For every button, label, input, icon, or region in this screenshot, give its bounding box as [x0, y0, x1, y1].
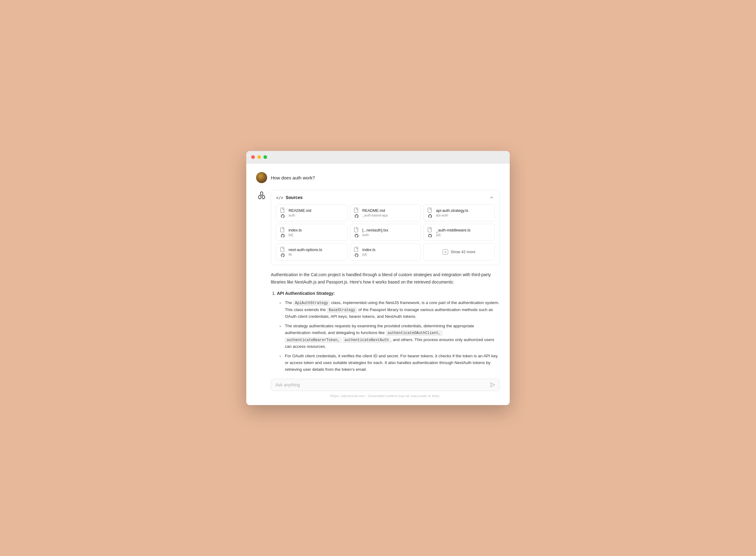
file-info: _auth-middleware.ts [id]: [436, 228, 470, 237]
file-info: README.md auth: [289, 209, 311, 217]
svg-rect-8: [428, 228, 431, 232]
file-card-0[interactable]: README.md auth: [276, 204, 348, 221]
file-repo: [id]: [436, 233, 470, 237]
ai-response-row: </> Sources: [256, 190, 500, 397]
code-authenticateNextAuth: authenticateNextAuth: [343, 337, 391, 343]
sub-list-1: The ApiAuthStrategy class, implemented u…: [280, 300, 500, 373]
send-button[interactable]: [490, 382, 495, 388]
file-name: README.md: [289, 209, 311, 213]
svg-rect-4: [354, 208, 358, 212]
file-card-4[interactable]: [...nextauth].tsx auth: [350, 224, 421, 241]
footer: Repo: calcom/cal.com · Generated content…: [271, 394, 500, 398]
file-icon: [354, 208, 359, 214]
send-icon: [490, 382, 495, 388]
file-icon-wrap: [280, 247, 286, 257]
code-authenticateBearerToken: authenticateBearerToken,: [285, 337, 341, 343]
file-repo: api-auth: [436, 213, 468, 217]
code-ApiAuthStrategy: ApiAuthStrategy: [293, 300, 330, 306]
file-name: [...nextauth].tsx: [362, 228, 388, 232]
file-icon-wrap: [427, 227, 433, 238]
bullet-2: The strategy authenticates requests by e…: [280, 323, 500, 350]
file-repo: [id]: [289, 233, 302, 237]
sources-label: Sources: [286, 195, 302, 200]
file-info: README.md _auth-based-app: [362, 209, 388, 217]
query-text: How does auth work?: [271, 175, 315, 180]
bullet-1: The ApiAuthStrategy class, implemented u…: [280, 300, 500, 320]
file-info: api-auth.strategy.ts api-auth: [436, 209, 468, 217]
code-bracket-icon: </>: [276, 195, 283, 200]
avatar: [256, 172, 267, 183]
section-title: API Authentication Strategy:: [277, 291, 335, 296]
file-icon: [354, 227, 359, 233]
sources-card: </> Sources: [271, 190, 500, 265]
github-icon: [355, 214, 358, 218]
file-card-3[interactable]: index.ts [id]: [276, 224, 348, 241]
file-name: index.ts: [362, 248, 375, 252]
file-repo: _auth-based-app: [362, 213, 388, 217]
file-card-1[interactable]: README.md _auth-based-app: [350, 204, 421, 221]
file-repo: auth: [289, 213, 311, 217]
file-info: next-auth-options.ts lib: [289, 248, 322, 256]
svg-rect-9: [281, 247, 284, 252]
show-more-button[interactable]: + Show 42 more: [423, 243, 495, 260]
file-card-2[interactable]: api-auth.strategy.ts api-auth: [423, 204, 495, 221]
footer-repo: calcom/cal.com: [341, 394, 365, 398]
file-icon-wrap: [354, 247, 359, 257]
titlebar: [246, 151, 510, 164]
sources-title: </> Sources: [276, 195, 303, 200]
file-icon: [280, 247, 286, 253]
code-BaseStrategy: BaseStrategy: [327, 307, 357, 313]
file-name: next-auth-options.ts: [289, 248, 322, 252]
file-icon-wrap: [280, 227, 286, 238]
ai-icon: [256, 190, 267, 202]
file-card-5[interactable]: _auth-middleware.ts [id]: [423, 224, 495, 241]
file-icon-wrap: [427, 208, 433, 218]
answer-list: API Authentication Strategy: The ApiAuth…: [277, 290, 500, 373]
code-authenticateOAuthClient: authenticateOAuthClient,: [386, 331, 442, 336]
file-repo: auth: [362, 233, 388, 237]
svg-rect-6: [281, 228, 284, 232]
file-card-6[interactable]: next-auth-options.ts lib: [276, 243, 348, 260]
file-icon: [280, 227, 286, 233]
maximize-button[interactable]: [263, 155, 267, 159]
svg-marker-0: [260, 192, 263, 195]
input-placeholder[interactable]: Ask anything: [275, 382, 490, 387]
footer-repo-label: Repo:: [330, 394, 341, 398]
file-icon: [354, 247, 359, 253]
ai-body: </> Sources: [271, 190, 500, 397]
main-content: How does auth work?: [246, 164, 510, 405]
github-icon: [281, 234, 285, 238]
file-info: [...nextauth].tsx auth: [362, 228, 388, 237]
file-name: api-auth.strategy.ts: [436, 209, 468, 213]
file-icon-wrap: [354, 227, 359, 238]
list-item-1: API Authentication Strategy: The ApiAuth…: [277, 290, 500, 373]
minimize-button[interactable]: [257, 155, 261, 159]
file-card-7[interactable]: index.ts [id]: [350, 243, 421, 260]
file-name: README.md: [362, 209, 388, 213]
file-icon: [427, 227, 433, 233]
show-more-label: Show 42 more: [451, 250, 475, 254]
file-info: index.ts [id]: [289, 228, 302, 237]
github-icon: [281, 253, 285, 257]
user-query-row: How does auth work?: [256, 172, 500, 183]
file-repo: lib: [289, 252, 322, 256]
file-icon-wrap: [354, 208, 359, 218]
file-grid: README.md auth: [276, 204, 495, 260]
app-window: How does auth work?: [246, 151, 510, 405]
collapse-sources-button[interactable]: [489, 195, 495, 201]
file-name: index.ts: [289, 228, 302, 232]
svg-marker-2: [262, 195, 265, 199]
file-repo: [id]: [362, 252, 375, 256]
svg-rect-10: [354, 247, 358, 252]
github-icon: [355, 253, 358, 257]
github-icon: [355, 234, 358, 238]
close-button[interactable]: [251, 155, 255, 159]
github-icon: [428, 234, 432, 238]
svg-marker-1: [259, 195, 261, 199]
file-name: _auth-middleware.ts: [436, 228, 470, 232]
bullet-3: For OAuth client credentials, it verifie…: [280, 353, 500, 373]
footer-disclaimer: Generated content may be inaccurate or f…: [368, 394, 440, 398]
input-bar: Ask anything: [271, 379, 500, 391]
file-info: index.ts [id]: [362, 248, 375, 256]
file-icon-wrap: [280, 208, 286, 218]
